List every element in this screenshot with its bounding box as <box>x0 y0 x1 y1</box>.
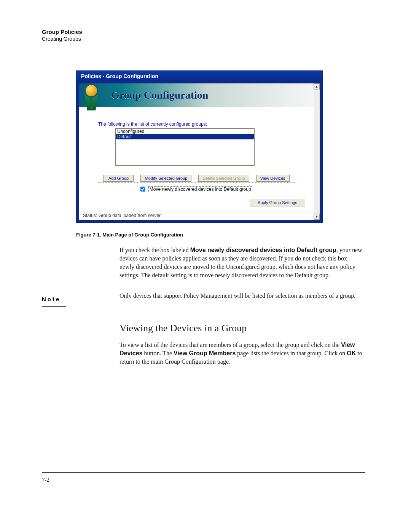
modify-group-button[interactable]: Modify Selected Group <box>140 175 191 182</box>
view-devices-button[interactable]: View Devices <box>256 175 290 182</box>
page-number: 7-2 <box>42 477 49 483</box>
page-header-subtitle: Creating Groups <box>42 36 365 42</box>
button-row-divider <box>97 182 296 183</box>
app-window: Policies - Group Configuration ▲ ▼ Group… <box>76 70 323 223</box>
list-item[interactable]: Unconfigured <box>116 129 254 134</box>
bold-text: Move newly discovered devices into Defau… <box>190 247 336 253</box>
intro-text: The following is the list of currently c… <box>98 121 314 127</box>
default-group-checkbox[interactable] <box>140 187 145 192</box>
banner: Group Configuration <box>79 83 314 107</box>
vertical-scrollbar[interactable]: ▲ ▼ <box>314 83 320 220</box>
bold-text: OK <box>347 350 356 356</box>
note-text: Only devices that support Policy Managem… <box>119 292 365 307</box>
figure-caption: Figure 7-1. Main Page of Group Configura… <box>76 232 365 238</box>
note-label: Note <box>42 292 66 307</box>
add-group-button[interactable]: Add Group <box>103 175 134 182</box>
section-heading: Viewing the Devices in a Group <box>119 323 365 334</box>
list-item[interactable]: Default <box>116 134 254 139</box>
default-group-checkbox-label[interactable]: Move newly discovered devices into Defau… <box>148 186 252 192</box>
screenshot-figure: Policies - Group Configuration ▲ ▼ Group… <box>76 70 323 223</box>
banner-title: Group Configuration <box>111 89 208 101</box>
scroll-down-button[interactable]: ▼ <box>314 214 320 220</box>
page-header-title: Group Policies <box>42 29 365 35</box>
ribbon-icon <box>82 83 101 110</box>
bold-text: View Group Members <box>174 350 236 356</box>
body-paragraph: To view a list of the devices that are m… <box>119 341 362 366</box>
delete-group-button: Delete Selected Group <box>198 175 249 182</box>
status-bar: Status: Group data loaded from server <box>79 211 314 220</box>
group-listbox[interactable]: Unconfigured Default <box>115 128 255 166</box>
footer-rule <box>42 472 365 473</box>
body-paragraph: If you check the box labeled Move newly … <box>119 246 362 280</box>
window-titlebar: Policies - Group Configuration <box>76 71 322 81</box>
apply-settings-button[interactable]: Apply Group Settings <box>250 199 305 206</box>
scroll-up-button[interactable]: ▲ <box>314 83 320 89</box>
